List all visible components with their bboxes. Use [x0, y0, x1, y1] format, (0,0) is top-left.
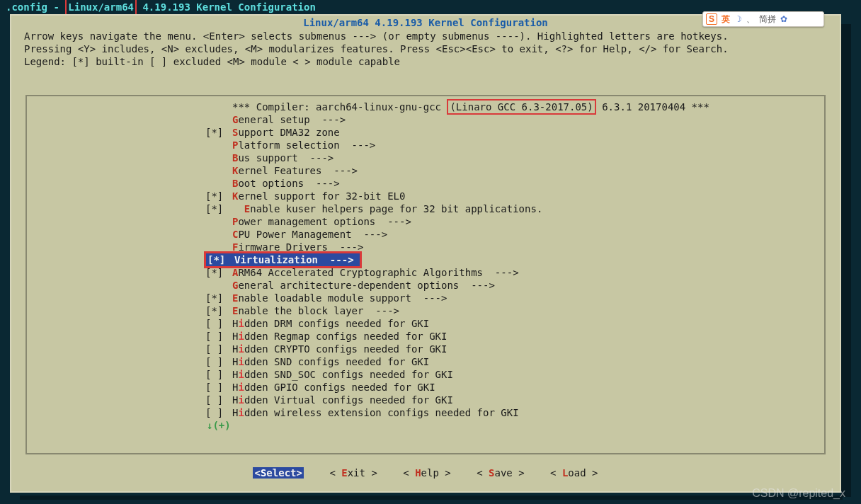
select-button[interactable]: <Select> [253, 467, 303, 479]
menu-item-platform-selection[interactable]: Platform selection ---> [27, 139, 824, 151]
help-text: Arrow keys navigate the menu. <Enter> se… [11, 28, 840, 71]
exit-button[interactable]: < Exit > [329, 467, 377, 479]
compiler-info: *** Compiler: aarch64-linux-gnu-gcc (Lin… [27, 101, 824, 113]
menu-item-kernel-32bit-el0[interactable]: [*] Kernel support for 32-bit EL0 [27, 190, 824, 202]
menu-list[interactable]: *** Compiler: aarch64-linux-gnu-gcc (Lin… [25, 95, 826, 454]
menu-item-hidden-snd-soc[interactable]: [ ] Hidden SND_SOC configs needed for GK… [27, 368, 824, 381]
save-button[interactable]: < Save > [477, 467, 524, 479]
dialog-frame: Linux/arm64 4.19.193 Kernel Configuratio… [10, 14, 841, 493]
ime-logo-icon: S [706, 13, 717, 25]
more-below-indicator: ↓(+) [27, 419, 824, 432]
menu-item-firmware-drivers[interactable]: Firmware Drivers ---> [27, 241, 824, 253]
menu-item-hidden-crypto[interactable]: [ ] Hidden CRYPTO configs needed for GKI [27, 343, 824, 355]
menu-item-hidden-gpio[interactable]: [ ] Hidden GPIO configs needed for GKI [27, 381, 824, 394]
watermark: CSDN @repited_x [752, 487, 845, 500]
moon-icon[interactable]: ☽ [734, 14, 742, 24]
button-bar: <Select> < Exit > < Help > < Save > < Lo… [11, 466, 840, 480]
menu-item-general-setup[interactable]: General setup ---> [27, 113, 824, 126]
ime-toolbar[interactable]: S 英 ☽ 、 简拼 ✿ [702, 11, 824, 27]
shadow-bottom [20, 496, 843, 500]
menu-item-general-arch[interactable]: General architecture-dependent options -… [27, 279, 824, 292]
menu-item-block-layer[interactable]: [*] Enable the block layer ---> [27, 304, 824, 317]
menu-item-hidden-virtual[interactable]: [ ] Hidden Virtual configs needed for GK… [27, 394, 824, 406]
ime-mode[interactable]: 简拼 [759, 13, 776, 25]
menu-item-virtualization[interactable]: [*] Virtualization ---> [27, 253, 824, 266]
menu-item-arm64-crypto[interactable]: [*] ARM64 Accelerated Cryptographic Algo… [27, 266, 824, 279]
menu-item-hidden-regmap[interactable]: [ ] Hidden Regmap configs needed for GKI [27, 330, 824, 343]
ime-lang[interactable]: 英 [722, 13, 730, 25]
title-arch-highlight: Linux/arm64 [65, 0, 137, 16]
ime-sep: 、 [746, 13, 755, 25]
menu-item-cpu-power[interactable]: CPU Power Management ---> [27, 228, 824, 241]
menu-item-bus-support[interactable]: Bus support ---> [27, 151, 824, 164]
shadow-right [841, 24, 851, 497]
menu-item-power-management[interactable]: Power management options ---> [27, 215, 824, 228]
menu-item-kuser-helpers[interactable]: [*] Enable kuser helpers page for 32 bit… [27, 202, 824, 215]
menu-item-support-dma32[interactable]: [*] Support DMA32 zone [27, 126, 824, 139]
gear-icon[interactable]: ✿ [780, 14, 787, 24]
menu-item-loadable-modules[interactable]: [*] Enable loadable module support ---> [27, 292, 824, 304]
menu-item-kernel-features[interactable]: Kernel Features ---> [27, 164, 824, 177]
menu-item-hidden-drm[interactable]: [ ] Hidden DRM configs needed for GKI [27, 317, 824, 330]
menu-item-hidden-snd[interactable]: [ ] Hidden SND configs needed for GKI [27, 355, 824, 368]
menu-item-boot-options[interactable]: Boot options ---> [27, 177, 824, 190]
help-button[interactable]: < Help > [403, 467, 450, 479]
compiler-highlight: (Linaro GCC 6.3-2017.05) [447, 99, 595, 115]
load-button[interactable]: < Load > [550, 467, 598, 479]
menu-item-hidden-wireless[interactable]: [ ] Hidden wireless extension configs ne… [27, 406, 824, 419]
